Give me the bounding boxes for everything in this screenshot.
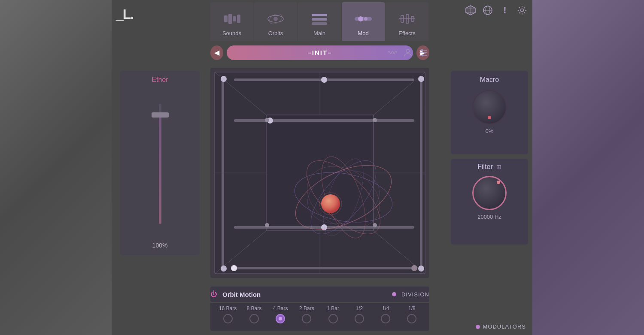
ether-value: 100% <box>152 242 168 249</box>
preset-name[interactable]: –INIT– <box>227 45 413 60</box>
cube-icon[interactable] <box>465 4 477 16</box>
div-label-1bar: 1 Bar <box>322 305 344 311</box>
filter-knob[interactable] <box>472 176 507 210</box>
h-slider-top[interactable] <box>234 78 414 81</box>
ether-slider-fill <box>159 112 161 224</box>
div-label-2bars: 2 Bars <box>296 305 317 311</box>
orbits-tab-icon <box>265 9 286 28</box>
svg-point-7 <box>521 9 524 12</box>
top-icon-bar: ! <box>465 4 528 16</box>
nav-tab-bar: Sounds Orbits Main <box>210 2 428 41</box>
orbit-motion-label: Orbit Motion <box>222 291 261 298</box>
svg-rect-15 <box>312 14 327 16</box>
v-slider-left[interactable] <box>222 78 224 272</box>
svg-point-31 <box>422 54 424 57</box>
person-icon[interactable] <box>402 46 414 58</box>
h-slider-bottom-long-thumb-right[interactable] <box>411 265 417 271</box>
waveform-icon[interactable] <box>386 46 398 58</box>
effects-tab-icon <box>396 9 418 28</box>
div-dot-1bar[interactable] <box>328 314 338 323</box>
tab-mod[interactable]: Mod <box>342 2 385 41</box>
division-dots <box>215 314 425 323</box>
tab-mod-label: Mod <box>358 30 368 36</box>
macro-knob[interactable] <box>472 90 507 124</box>
filter-label: Filter <box>477 163 493 171</box>
globe-icon[interactable] <box>482 4 494 16</box>
h-slider-mid[interactable] <box>234 119 414 122</box>
corner-dot-tl <box>221 76 227 82</box>
ether-label: Ether <box>152 76 168 84</box>
filter-panel: Filter ⊞ 20000 Hz <box>451 159 528 244</box>
svg-rect-9 <box>228 14 232 24</box>
main-tab-icon <box>309 9 330 28</box>
svg-rect-11 <box>237 15 240 23</box>
div-dot-16bars[interactable] <box>223 314 233 323</box>
div-label-quarter: 1/4 <box>375 305 396 311</box>
svg-point-20 <box>364 17 368 21</box>
macro-value: 0% <box>486 128 494 134</box>
corner-dot-ml <box>265 118 269 122</box>
corner-dot-bl <box>265 223 269 227</box>
h-slider-bottom-long[interactable] <box>234 267 414 269</box>
h-slider-bot[interactable] <box>234 226 414 229</box>
svg-point-29 <box>424 52 426 54</box>
corner-dot-tr <box>418 76 424 82</box>
preset-right-icons <box>386 46 429 58</box>
sliders-icon[interactable] <box>417 46 429 58</box>
div-dot-8bars[interactable] <box>249 314 259 323</box>
h-slider-bottom-long-thumb-left[interactable] <box>231 265 237 271</box>
tab-orbits[interactable]: Orbits <box>254 2 297 41</box>
corner-dot-mr <box>373 118 377 122</box>
orbit-viz-container <box>210 68 429 278</box>
svg-rect-33 <box>266 115 374 231</box>
tab-sounds[interactable]: Sounds <box>210 2 253 41</box>
corner-dot-br2 <box>418 266 424 272</box>
corner-dot-bl2 <box>221 266 227 272</box>
div-label-4bars: 4 Bars <box>270 305 291 311</box>
div-dot-half[interactable] <box>355 314 364 323</box>
div-dot-eighth[interactable] <box>407 314 416 323</box>
orbit-power-icon[interactable]: ⏻ <box>210 290 217 298</box>
div-dot-quarter[interactable] <box>381 314 390 323</box>
h-slider-top-thumb[interactable] <box>321 77 327 83</box>
alert-icon[interactable]: ! <box>499 4 511 16</box>
svg-rect-10 <box>233 16 236 21</box>
div-label-16bars: 16 Bars <box>217 305 239 311</box>
division-bar: 16 Bars 8 Bars 4 Bars 2 Bars 1 Bar 1/2 1… <box>210 303 429 331</box>
orbit-motion-bar: ⏻ Orbit Motion DIVISION <box>210 287 429 302</box>
tab-effects[interactable]: Effects <box>386 2 428 41</box>
bg-left-panel <box>0 0 112 335</box>
v-slider-right[interactable] <box>420 78 422 272</box>
svg-point-27 <box>421 49 423 51</box>
svg-rect-16 <box>312 18 327 21</box>
div-label-half: 1/2 <box>349 305 370 311</box>
svg-point-19 <box>358 16 363 21</box>
div-dot-2bars[interactable] <box>302 314 311 323</box>
settings-icon[interactable] <box>516 4 528 16</box>
corner-dot-br <box>373 223 377 227</box>
svg-rect-17 <box>312 22 327 25</box>
tab-effects-label: Effects <box>398 30 416 36</box>
preset-prev-button[interactable]: ◀ <box>210 45 223 60</box>
div-label-eighth: 1/8 <box>401 305 422 311</box>
modulators-footer: MODULATORS <box>476 323 526 330</box>
ether-slider-container <box>120 90 200 238</box>
div-label-8bars: 8 Bars <box>243 305 265 311</box>
ether-slider-thumb[interactable] <box>152 112 169 118</box>
svg-rect-8 <box>224 15 228 22</box>
tab-main[interactable]: Main <box>298 2 341 41</box>
modulators-dot <box>476 325 480 329</box>
macro-knob-container <box>472 90 507 124</box>
division-labels: 16 Bars 8 Bars 4 Bars 2 Bars 1 Bar 1/2 1… <box>215 305 425 311</box>
h-slider-bot-thumb[interactable] <box>321 224 327 230</box>
div-dot-4bars[interactable] <box>276 314 285 323</box>
filter-value: 20000 Hz <box>477 214 501 220</box>
filter-knob-container <box>472 176 507 210</box>
svg-point-13 <box>273 17 278 21</box>
macro-panel: Macro 0% <box>451 71 528 154</box>
filter-grid-icon[interactable]: ⊞ <box>496 163 501 170</box>
modulators-label[interactable]: MODULATORS <box>483 323 526 330</box>
ether-slider-track[interactable] <box>159 104 161 224</box>
ether-panel: Ether 100% <box>120 71 200 255</box>
tab-orbits-label: Orbits <box>268 30 283 36</box>
